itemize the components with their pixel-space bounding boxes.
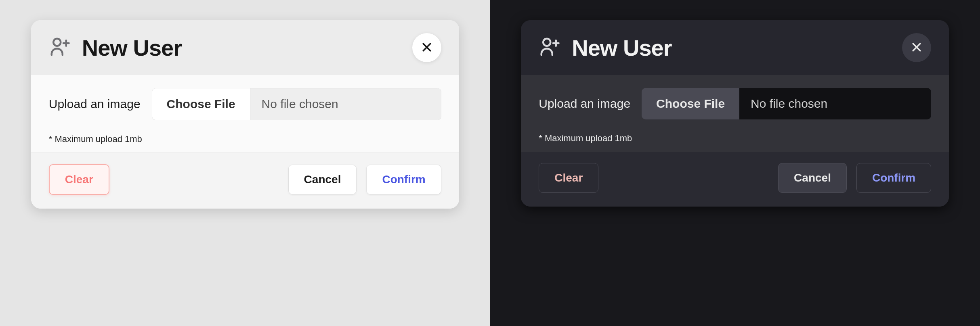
file-status-text: No file chosen [739,88,931,119]
dialog-header: New User [31,20,459,75]
confirm-button[interactable]: Confirm [366,165,441,194]
upload-hint: * Maximum upload 1mb [49,134,441,144]
light-theme-panel: New User Upload an image Choose File No … [0,0,490,326]
cancel-button[interactable]: Cancel [778,163,847,193]
upload-row: Upload an image Choose File No file chos… [539,88,931,119]
footer-right-group: Cancel Confirm [288,165,441,194]
choose-file-button[interactable]: Choose File [152,88,250,120]
dialog-title: New User [572,35,672,61]
dialog-body: Upload an image Choose File No file chos… [521,75,949,152]
upload-label: Upload an image [49,97,141,111]
clear-button[interactable]: Clear [539,163,598,193]
header-left: New User [49,35,182,61]
file-input[interactable]: Choose File No file chosen [642,88,931,119]
dialog-title: New User [82,35,182,61]
dialog-footer: Clear Cancel Confirm [31,153,459,209]
dark-theme-panel: New User Upload an image Choose File No … [490,0,980,326]
svg-point-5 [544,39,551,46]
close-button[interactable] [902,33,931,62]
svg-point-0 [53,39,61,46]
upload-label: Upload an image [539,97,630,111]
dialog-footer: Clear Cancel Confirm [521,152,949,207]
upload-row: Upload an image Choose File No file chos… [49,88,441,120]
new-user-dialog: New User Upload an image Choose File No … [31,20,459,209]
file-status-text: No file chosen [250,88,441,120]
close-icon [421,41,433,54]
user-plus-icon [49,36,71,59]
file-input[interactable]: Choose File No file chosen [152,88,441,120]
user-plus-icon [539,36,560,59]
close-button[interactable] [412,33,441,62]
dialog-header: New User [521,20,949,75]
cancel-button[interactable]: Cancel [288,165,357,194]
choose-file-button[interactable]: Choose File [642,88,739,119]
dialog-body: Upload an image Choose File No file chos… [31,75,459,153]
clear-button[interactable]: Clear [49,164,109,195]
upload-hint: * Maximum upload 1mb [539,133,931,144]
header-left: New User [539,35,672,61]
close-icon [911,41,923,54]
new-user-dialog: New User Upload an image Choose File No … [521,20,949,207]
confirm-button[interactable]: Confirm [856,163,931,193]
footer-right-group: Cancel Confirm [778,163,931,193]
